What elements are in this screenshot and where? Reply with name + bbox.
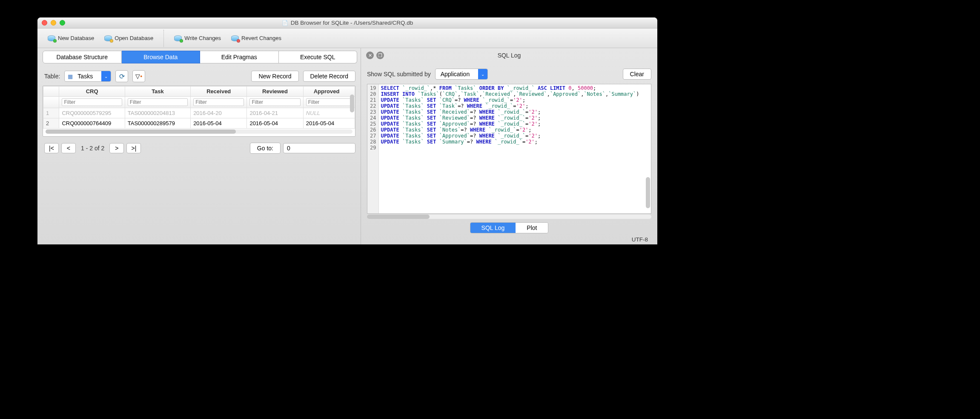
document-icon: 📄 <box>282 20 288 26</box>
row-number-header <box>43 86 59 97</box>
toolbar-divider <box>163 30 164 47</box>
write-changes-label: Write Changes <box>184 35 221 41</box>
cell-approved[interactable]: NULL <box>303 108 355 118</box>
filter-row-header <box>43 97 59 108</box>
panel-bottom-tabs: SQL Log Plot <box>364 219 654 234</box>
tab-edit-pragmas[interactable]: Edit Pragmas <box>200 51 279 63</box>
body-split: Database Structure Browse Data Edit Prag… <box>37 48 657 244</box>
col-header-approved[interactable]: Approved <box>303 86 355 97</box>
prev-page-button[interactable]: < <box>61 143 76 153</box>
delete-record-button[interactable]: Delete Record <box>303 71 356 82</box>
minimize-window-button[interactable] <box>51 20 56 26</box>
clear-log-button[interactable]: Clear <box>623 69 651 80</box>
first-page-button[interactable]: |< <box>44 143 59 153</box>
cell-reviewed[interactable]: 2016-04-21 <box>247 108 303 118</box>
filter-approved <box>303 97 355 108</box>
row-number: 2 <box>43 118 59 129</box>
cell-task[interactable]: TAS000000289579 <box>125 118 190 129</box>
goto-input[interactable] <box>283 143 355 153</box>
zoom-window-button[interactable] <box>60 20 65 26</box>
sql-log-view[interactable]: 19 20 21 22 23 24 25 26 27 28 29 SELECT … <box>367 84 651 214</box>
chevron-down-icon: ⌄ <box>478 69 487 79</box>
tab-execute-sql[interactable]: Execute SQL <box>279 51 358 63</box>
window-title: 📄 DB Browser for SQLite - /Users/Shared/… <box>37 20 657 26</box>
refresh-icon: ⟳ <box>119 72 125 80</box>
col-header-received[interactable]: Received <box>191 86 247 97</box>
revert-changes-button[interactable]: Revert Changes <box>227 33 286 43</box>
table-row[interactable]: 1 CRQ000000579295 TAS000000204813 2016-0… <box>43 108 355 118</box>
cell-crq[interactable]: CRQ000000579295 <box>59 108 125 118</box>
database-icon <box>231 35 239 41</box>
filter-reviewed <box>247 97 303 108</box>
new-database-button[interactable]: New Database <box>43 33 98 43</box>
table-select-value: Tasks <box>76 73 101 80</box>
sql-source-select[interactable]: Application ⌄ <box>435 69 488 80</box>
cell-received[interactable]: 2016-05-04 <box>191 118 247 129</box>
table-vscrollbar[interactable] <box>350 95 354 130</box>
table-hscrollbar[interactable] <box>46 129 352 134</box>
cell-approved[interactable]: 2016-05-04 <box>303 118 355 129</box>
log-vscrollbar[interactable] <box>646 84 650 208</box>
table-select[interactable]: ▦ Tasks ⌄ <box>64 71 111 82</box>
revert-changes-label: Revert Changes <box>241 35 281 41</box>
window-title-text: DB Browser for SQLite - /Users/Shared/CR… <box>291 20 413 26</box>
cell-task[interactable]: TAS000000204813 <box>125 108 190 118</box>
table-grid-icon: ▦ <box>65 73 76 80</box>
left-pane: Database Structure Browse Data Edit Prag… <box>37 48 361 244</box>
new-database-label: New Database <box>58 35 94 41</box>
chevron-down-icon: ⌄ <box>101 71 111 81</box>
right-pane: ✕ ❐ SQL Log Show SQL submitted by Applic… <box>361 48 657 244</box>
tab-browse-data[interactable]: Browse Data <box>122 51 201 63</box>
app-window: 📄 DB Browser for SQLite - /Users/Shared/… <box>37 17 657 244</box>
log-hscrollbar[interactable] <box>367 215 651 219</box>
filter-input-received[interactable] <box>193 98 244 106</box>
close-panel-button[interactable]: ✕ <box>366 52 374 59</box>
sql-source-value: Application <box>436 71 479 77</box>
database-icon <box>104 35 112 41</box>
col-header-task[interactable]: Task <box>125 86 190 97</box>
cell-reviewed[interactable]: 2016-05-04 <box>247 118 303 129</box>
funnel-icon: ▽● <box>135 73 142 80</box>
open-database-button[interactable]: Open Database <box>100 33 158 43</box>
row-number: 1 <box>43 108 59 118</box>
traffic-lights <box>42 20 65 26</box>
cell-crq[interactable]: CRQ000000764409 <box>59 118 125 129</box>
sql-code: SELECT `_rowid_`,* FROM `Tasks` ORDER BY… <box>379 84 651 213</box>
tab-database-structure[interactable]: Database Structure <box>43 51 122 63</box>
database-icon <box>174 35 182 41</box>
encoding-label: UTF-8 <box>632 236 648 243</box>
filter-received <box>191 97 247 108</box>
line-gutter: 19 20 21 22 23 24 25 26 27 28 29 <box>367 84 379 213</box>
detach-panel-button[interactable]: ❐ <box>376 52 384 59</box>
seg-sql-log[interactable]: SQL Log <box>470 223 516 233</box>
col-header-reviewed[interactable]: Reviewed <box>247 86 303 97</box>
seg-plot[interactable]: Plot <box>516 223 548 233</box>
filter-input-crq[interactable] <box>62 98 122 106</box>
close-window-button[interactable] <box>42 20 47 26</box>
filter-input-reviewed[interactable] <box>249 98 300 106</box>
filter-input-task[interactable] <box>128 98 188 106</box>
write-changes-button[interactable]: Write Changes <box>170 33 225 43</box>
database-icon <box>48 35 55 41</box>
open-database-label: Open Database <box>115 35 153 41</box>
filter-task <box>125 97 190 108</box>
new-record-button[interactable]: New Record <box>251 71 298 82</box>
data-table: CRQ Task Received Reviewed Approved <box>43 86 355 137</box>
titlebar: 📄 DB Browser for SQLite - /Users/Shared/… <box>37 17 657 29</box>
table-row[interactable]: 2 CRQ000000764409 TAS000000289579 2016-0… <box>43 118 355 129</box>
page-status: 1 - 2 of 2 <box>78 145 107 152</box>
panel-titlebar: ✕ ❐ SQL Log <box>364 51 654 63</box>
last-page-button[interactable]: >| <box>126 143 141 153</box>
filter-input-approved[interactable] <box>306 98 352 106</box>
clear-filters-button[interactable]: ▽● <box>132 70 145 82</box>
next-page-button[interactable]: > <box>109 143 124 153</box>
table-label: Table: <box>44 73 60 80</box>
main-tabbar: Database Structure Browse Data Edit Prag… <box>43 51 357 63</box>
filter-crq <box>59 97 125 108</box>
statusbar: UTF-8 <box>364 234 654 244</box>
panel-title: SQL Log <box>364 52 654 59</box>
sql-source-label: Show SQL submitted by <box>367 71 431 77</box>
cell-received[interactable]: 2016-04-20 <box>191 108 247 118</box>
refresh-button[interactable]: ⟳ <box>115 70 128 82</box>
col-header-crq[interactable]: CRQ <box>59 86 125 97</box>
